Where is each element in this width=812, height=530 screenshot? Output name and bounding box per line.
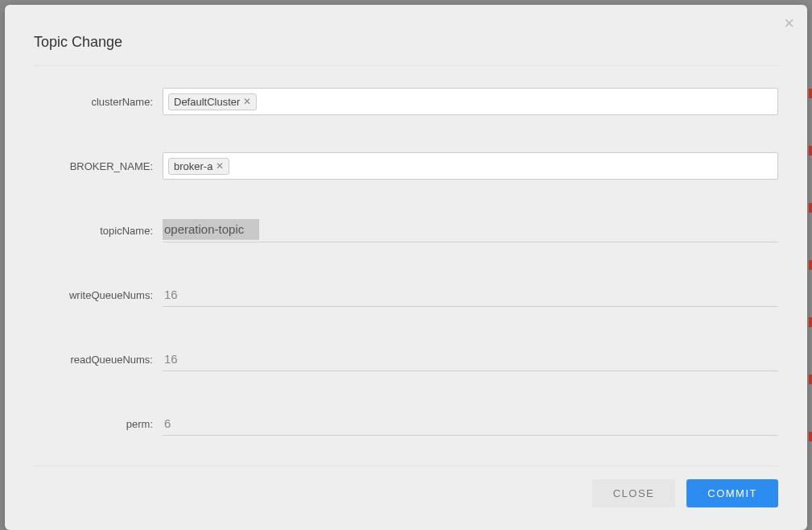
cluster-tag[interactable]: DefaultCluster ✕ [168,93,257,110]
modal-body: clusterName: DefaultCluster ✕ BROKER_NAM… [5,66,807,466]
modal-header: Topic Change [5,5,807,65]
topic-name-row: topicName: operation-topic [34,211,778,250]
broker-tag[interactable]: broker-a ✕ [168,158,229,175]
tag-label: DefaultCluster [174,96,240,108]
topic-change-modal: × Topic Change clusterName: DefaultClust… [5,5,807,530]
broker-name-input[interactable]: broker-a ✕ [163,152,778,180]
perm-row: perm: [34,404,778,443]
topic-name-label: topicName: [34,225,163,237]
modal-title: Topic Change [34,34,778,51]
tag-remove-icon[interactable]: ✕ [216,161,224,171]
broker-name-row: BROKER_NAME: broker-a ✕ [34,147,778,185]
modal-footer: CLOSE COMMIT [5,466,807,530]
topic-name-input[interactable]: operation-topic [163,219,259,240]
cluster-name-input[interactable]: DefaultCluster ✕ [163,88,778,115]
tag-label: broker-a [174,160,212,172]
read-queue-nums-label: readQueueNums: [34,354,163,366]
perm-input[interactable] [163,412,778,436]
read-queue-nums-input[interactable] [163,347,778,371]
background-decoration [809,0,812,530]
broker-name-label: BROKER_NAME: [34,160,163,172]
cluster-name-row: clusterName: DefaultCluster ✕ [34,82,778,121]
write-queue-nums-label: writeQueueNums: [34,289,163,301]
close-icon[interactable]: × [784,14,794,32]
perm-label: perm: [34,418,163,430]
commit-button[interactable]: COMMIT [686,479,778,507]
tag-remove-icon[interactable]: ✕ [243,97,251,106]
close-button[interactable]: CLOSE [592,479,676,507]
cluster-name-label: clusterName: [34,96,163,108]
read-queue-nums-row: readQueueNums: [34,340,778,379]
write-queue-nums-row: writeQueueNums: [34,275,778,314]
write-queue-nums-input[interactable] [163,283,778,307]
